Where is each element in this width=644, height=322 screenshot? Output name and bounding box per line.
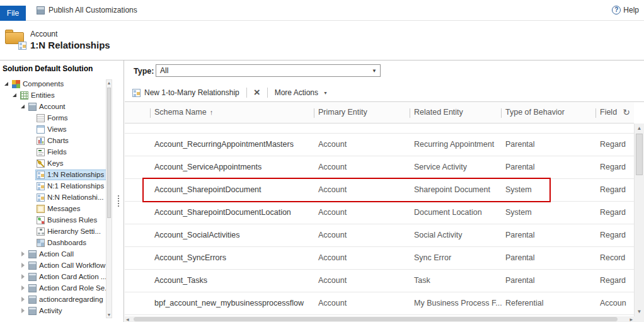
file-tab[interactable]: File xyxy=(0,6,26,21)
tree-item[interactable]: Hierarchy Setti... xyxy=(0,226,106,237)
tree-item[interactable]: Charts xyxy=(0,135,106,146)
tree-item[interactable]: Action Card Role Se... xyxy=(0,282,106,294)
tree-expand-arrow[interactable] xyxy=(12,92,19,99)
tree-item[interactable]: Keys xyxy=(0,158,106,169)
tree-node[interactable]: Action Card Action ... xyxy=(27,272,106,282)
tree-node[interactable]: Account xyxy=(27,101,69,112)
tree-expand-arrow[interactable] xyxy=(28,115,35,122)
tree-node[interactable]: Dashboards xyxy=(35,238,89,248)
type-filter-select[interactable]: All ▼ xyxy=(156,64,381,77)
delete-button[interactable]: × xyxy=(254,88,260,97)
table-row[interactable]: Account_RecurringAppointmentMasters Acco… xyxy=(125,134,634,156)
tree-item[interactable]: Entities xyxy=(0,89,106,101)
tree-node[interactable]: Action Call xyxy=(27,249,77,260)
scrollbar-corner xyxy=(634,316,644,322)
tree-node[interactable]: Activity xyxy=(27,306,65,316)
refresh-icon[interactable]: ↻ xyxy=(623,107,630,117)
tree-item[interactable]: Dashboards xyxy=(0,237,106,248)
tree-item[interactable]: N:N Relationshi... xyxy=(0,192,106,203)
tree-node[interactable]: Fields xyxy=(35,147,70,158)
tree-item[interactable]: Views xyxy=(0,124,106,135)
tree-item[interactable]: Forms xyxy=(0,112,106,124)
tree-expand-arrow[interactable] xyxy=(28,228,35,235)
grid-vertical-scrollbar[interactable]: ▲ ▼ xyxy=(634,124,644,316)
tree-item[interactable]: Action Card Action ... xyxy=(0,271,106,282)
tree-item[interactable]: Messages xyxy=(0,203,106,214)
tree-item[interactable]: Account xyxy=(0,101,106,112)
column-header-schema-name[interactable]: Schema Name↑ xyxy=(154,108,213,117)
column-header-primary-entity[interactable]: Primary Entity xyxy=(318,108,367,117)
help-link[interactable]: ? Help xyxy=(612,6,639,14)
table-row[interactable]: Account_SharepointDocumentLocation Accou… xyxy=(125,202,634,224)
column-header-type-of-behavior[interactable]: Type of Behavior xyxy=(505,108,565,117)
tree-node[interactable]: Action Call Workflow xyxy=(27,260,106,271)
tree-expand-arrow[interactable] xyxy=(28,217,35,224)
table-row[interactable]: Account_SocialActivities Account Social … xyxy=(125,224,634,247)
tree-expand-arrow[interactable] xyxy=(28,149,35,156)
column-header-field[interactable]: Field xyxy=(600,108,617,117)
tree-expand-arrow[interactable] xyxy=(28,137,35,144)
tree-expand-arrow[interactable] xyxy=(20,296,27,303)
sidebar-scrollbar-thumb[interactable] xyxy=(107,88,111,218)
tree-expand-arrow[interactable] xyxy=(28,205,35,212)
scroll-down-icon[interactable]: ▼ xyxy=(106,313,112,317)
scroll-left-icon[interactable]: ◀ xyxy=(126,317,129,321)
more-actions-button[interactable]: More Actions ▼ xyxy=(275,88,328,97)
tree-node[interactable]: Views xyxy=(35,124,69,135)
tree-item[interactable]: Fields xyxy=(0,146,106,158)
table-row[interactable]: Account_Tasks Account Task Parental Rega… xyxy=(125,270,634,292)
table-row[interactable]: Account_SharepointDocument Account Share… xyxy=(125,179,634,202)
new-relationship-button[interactable]: New 1-to-Many Relationship xyxy=(132,88,239,97)
tree-item[interactable]: N:1 Relationships xyxy=(0,180,106,192)
tree-node[interactable]: Components xyxy=(11,79,67,89)
tree-item[interactable]: actioncardregarding xyxy=(0,294,106,305)
tree-expand-arrow[interactable] xyxy=(20,103,27,110)
tree-expand-arrow[interactable] xyxy=(20,285,27,292)
pane-splitter-handle[interactable] xyxy=(118,195,119,207)
table-row[interactable]: bpf_account_new_mybusinessprocessflow Ac… xyxy=(125,292,634,315)
tree-expand-arrow[interactable] xyxy=(20,262,27,269)
publish-all-customizations-button[interactable]: Publish All Customizations xyxy=(37,6,137,14)
tree-node[interactable]: Action Card Role Se... xyxy=(27,283,106,294)
tree-expand-arrow[interactable] xyxy=(28,171,35,178)
tree-item[interactable]: Activity xyxy=(0,305,106,316)
scroll-right-icon[interactable]: ▶ xyxy=(630,317,633,321)
tree-expand-arrow[interactable] xyxy=(28,183,35,190)
table-row[interactable]: Account_ServiceAppointments Account Serv… xyxy=(125,156,634,179)
table-row[interactable]: Account_SyncErrors Account Sync Error Pa… xyxy=(125,247,634,270)
tree-node[interactable]: Entities xyxy=(19,90,58,101)
tree-expand-arrow[interactable] xyxy=(20,308,27,314)
grid-vertical-scrollbar-thumb[interactable] xyxy=(636,134,643,175)
grid-row-partial xyxy=(125,124,634,134)
tree-node[interactable]: actioncardregarding xyxy=(27,294,106,305)
tree-node[interactable]: Business Rules xyxy=(35,215,100,226)
tree-expand-arrow[interactable] xyxy=(28,126,35,133)
tree-item[interactable]: Action Call Workflow xyxy=(0,260,106,271)
tree-item[interactable]: Action Call xyxy=(0,248,106,260)
tree-expand-arrow[interactable] xyxy=(28,239,35,246)
tree-expand-arrow[interactable] xyxy=(20,273,27,280)
tree-node[interactable]: Forms xyxy=(35,113,71,124)
tree-item[interactable]: Components xyxy=(0,78,106,89)
tree-node[interactable]: Charts xyxy=(35,135,72,146)
tree-item[interactable]: 1:N Relationships xyxy=(0,169,106,180)
grid-horizontal-scrollbar[interactable]: ◀ ▶ xyxy=(125,316,634,322)
tree-node[interactable]: N:1 Relationships xyxy=(35,181,106,192)
scroll-down-icon[interactable]: ▼ xyxy=(635,309,644,314)
tree-expand-arrow[interactable] xyxy=(20,251,27,258)
tree-item[interactable]: Business Rules xyxy=(0,214,106,226)
sidebar-scrollbar[interactable]: ▲ ▼ xyxy=(106,79,112,318)
tree-expand-arrow[interactable] xyxy=(4,81,11,88)
tree-expand-arrow[interactable] xyxy=(28,194,35,201)
tree-item-icon xyxy=(28,262,37,270)
tree-node[interactable]: Hierarchy Setti... xyxy=(35,226,104,237)
tree-node[interactable]: 1:N Relationships xyxy=(35,170,106,180)
tree-node[interactable]: N:N Relationshi... xyxy=(35,192,106,203)
tree-node[interactable]: Keys xyxy=(35,158,67,169)
tree-node[interactable]: Messages xyxy=(35,204,83,214)
tree-expand-arrow[interactable] xyxy=(28,160,35,167)
grid-horizontal-scrollbar-thumb[interactable] xyxy=(134,317,618,321)
scroll-up-icon[interactable]: ▲ xyxy=(106,81,112,85)
scroll-up-icon[interactable]: ▲ xyxy=(635,125,644,131)
column-header-related-entity[interactable]: Related Entity xyxy=(414,108,463,117)
